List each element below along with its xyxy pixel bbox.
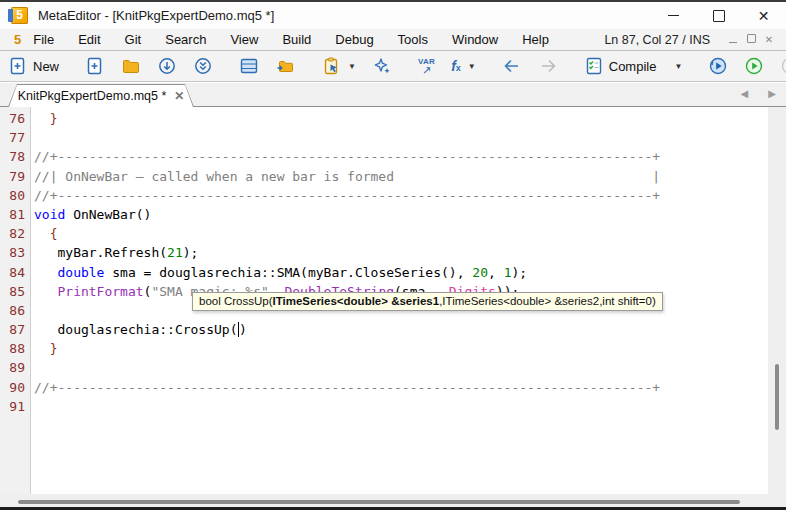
tab-knitpkgexpertdemo[interactable]: KnitPkgExpertDemo.mq5 * ✕ (8, 84, 194, 107)
horizontal-scrollbar-thumb[interactable] (18, 500, 740, 504)
code-line-91: 91 (0, 397, 768, 416)
code-text: void OnNewBar() (34, 205, 151, 224)
vertical-scrollbar-thumb[interactable] (775, 364, 779, 430)
mdi-restore-button[interactable] (742, 34, 760, 45)
save-all-button[interactable] (188, 53, 218, 79)
tab-close-icon[interactable]: ✕ (174, 90, 184, 102)
clipboard-cursor-icon (321, 56, 341, 76)
code-line-87: 87 douglasrechia::CrossUp() (0, 320, 768, 339)
save-icon (157, 56, 177, 76)
line-number: 90 (0, 378, 25, 397)
tab-scroll-right-button[interactable]: ▶ (768, 88, 776, 99)
horizontal-scrollbar[interactable] (0, 494, 786, 509)
code-text: myBar.Refresh(21); (34, 243, 198, 262)
new-document-button[interactable] (80, 53, 110, 79)
line-number: 77 (0, 128, 25, 147)
menu-debug[interactable]: Debug (323, 30, 385, 49)
line-number: 80 (0, 186, 25, 205)
line-number: 91 (0, 397, 25, 416)
line-number: 81 (0, 205, 25, 224)
minimize-icon (668, 15, 679, 16)
menu-bar: 5 FileEditGitSearchViewBuildDebugToolsWi… (0, 29, 786, 51)
compile-button-label: Compile (609, 59, 657, 74)
code-text: //+-------------------------------------… (34, 147, 660, 166)
code-editor[interactable]: 76 }7778//+-----------------------------… (0, 107, 768, 494)
mdi-minimize-button[interactable] (724, 34, 742, 45)
vertical-scrollbar[interactable] (768, 107, 786, 494)
menu-build[interactable]: Build (270, 30, 323, 49)
line-number: 88 (0, 339, 25, 358)
metaeditor-window: MetaEditor - [KnitPkgExpertDemo.mq5 *] ✕… (0, 0, 786, 510)
mdi-minimize-icon (729, 42, 737, 43)
show-in-folder-button[interactable] (270, 53, 300, 79)
maximize-icon (713, 10, 725, 22)
menu-items: FileEditGitSearchViewBuildDebugToolsWind… (21, 30, 561, 49)
code-lines: 76 }7778//+-----------------------------… (0, 109, 768, 416)
code-line-78: 78//+-----------------------------------… (0, 147, 768, 166)
menu-file[interactable]: File (21, 30, 66, 49)
code-text: //+-------------------------------------… (34, 186, 660, 205)
compile-options-button[interactable]: ▼ (667, 59, 687, 74)
line-number: 86 (0, 301, 25, 320)
code-line-79: 79//| OnNewBar — called when a new bar i… (0, 167, 768, 186)
line-number: 76 (0, 109, 25, 128)
menu-search[interactable]: Search (153, 30, 218, 49)
close-button[interactable]: ✕ (741, 2, 786, 29)
code-text: douglasrechia::CrossUp() (34, 320, 247, 339)
new-button-label: New (33, 59, 59, 74)
code-line-88: 88 } (0, 339, 768, 358)
code-text: //+-------------------------------------… (34, 378, 660, 397)
tab-scroll-left-button[interactable]: ◀ (741, 88, 749, 99)
code-line-81: 81void OnNewBar() (0, 205, 768, 224)
folder-arrow-icon (275, 56, 295, 76)
navigator-panel-button[interactable] (234, 53, 264, 79)
cursor-position-status: Ln 87, Col 27 / INS (604, 33, 710, 47)
code-text: } (34, 109, 57, 128)
ai-assistant-button[interactable] (367, 53, 397, 79)
menu-help[interactable]: Help (510, 30, 561, 49)
minimize-button[interactable] (651, 2, 696, 29)
new-button[interactable]: New (3, 53, 64, 79)
line-number: 85 (0, 282, 25, 301)
debug-history-button[interactable] (703, 53, 733, 79)
toolbar: New ▼ VAR (0, 51, 786, 82)
paste-options-button[interactable]: ▼ (316, 53, 361, 79)
menu-view[interactable]: View (218, 30, 270, 49)
pause-debug-button[interactable] (775, 53, 786, 79)
line-number: 89 (0, 358, 25, 377)
dropdown-caret-icon: ▼ (468, 62, 476, 71)
compile-button[interactable]: Compile (579, 53, 662, 79)
goto-variable-button[interactable]: VAR ↗ (413, 55, 440, 77)
tab-strip: KnitPkgExpertDemo.mq5 * ✕ ◀ ▶ (0, 83, 786, 107)
maximize-button[interactable] (696, 2, 741, 29)
window-controls: ✕ (651, 2, 786, 29)
code-line-89: 89 (0, 358, 768, 377)
start-debug-icon (744, 56, 764, 76)
code-line-76: 76 } (0, 109, 768, 128)
navigator-panel-icon (239, 56, 259, 76)
code-line-83: 83 myBar.Refresh(21); (0, 243, 768, 262)
line-number: 87 (0, 320, 25, 339)
start-debug-button[interactable] (739, 53, 769, 79)
menu-edit[interactable]: Edit (66, 30, 112, 49)
menu-git[interactable]: Git (113, 30, 154, 49)
menu-tools[interactable]: Tools (386, 30, 440, 49)
navigate-forward-button[interactable] (533, 53, 563, 79)
save-button[interactable] (152, 53, 182, 79)
mql5-logo: 5 (14, 32, 21, 47)
line-number: 79 (0, 167, 25, 186)
open-file-button[interactable] (116, 53, 146, 79)
save-all-icon (193, 56, 213, 76)
mdi-window-controls: ✕ (724, 34, 778, 45)
function-list-button[interactable]: fx ▼ (446, 55, 481, 77)
window-title: MetaEditor - [KnitPkgExpertDemo.mq5 *] (38, 8, 274, 23)
code-text: //| OnNewBar — called when a new bar is … (34, 167, 660, 186)
mdi-close-button[interactable]: ✕ (760, 34, 778, 45)
close-icon: ✕ (758, 9, 770, 23)
pause-icon (780, 56, 786, 76)
navigate-back-button[interactable] (497, 53, 527, 79)
line-number: 82 (0, 224, 25, 243)
sparkle-icon (372, 56, 392, 76)
menu-window[interactable]: Window (440, 30, 510, 49)
code-line-80: 80//+-----------------------------------… (0, 186, 768, 205)
